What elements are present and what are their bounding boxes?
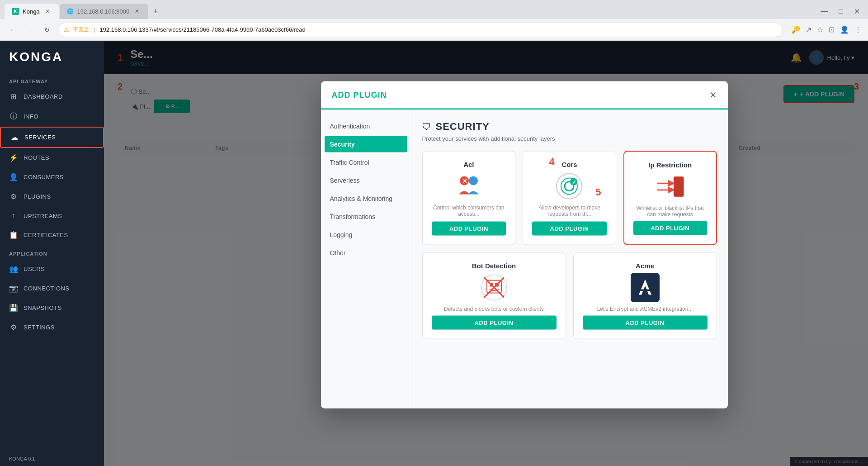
modal-header: ADD PLUGIN ✕	[321, 81, 728, 110]
nav-item-logging[interactable]: Logging	[321, 226, 411, 244]
sidebar-label-settings: SETTINGS	[24, 324, 55, 331]
consumers-icon: 👤	[9, 173, 18, 181]
sidebar-label-dashboard: DASHBOARD	[24, 93, 63, 100]
close-window-button[interactable]: ✕	[850, 5, 863, 18]
nav-item-transformations[interactable]: Transformations	[321, 208, 411, 226]
services-icon: ☁	[10, 133, 19, 142]
plugins-icon: ⚙	[9, 192, 18, 201]
svg-marker-20	[639, 280, 651, 295]
sidebar-item-consumers[interactable]: 👤 CONSUMERS	[0, 167, 104, 187]
sidebar-label-services: SERVICES	[24, 134, 56, 141]
minimize-button[interactable]: —	[817, 5, 831, 17]
sidebar-item-certificates[interactable]: 📋 CERTIFICATES	[0, 225, 104, 245]
add-plugin-btn-bot-detection[interactable]: ADD PLUGIN	[432, 316, 557, 330]
modal-close-button[interactable]: ✕	[709, 90, 717, 100]
plugin-icon-acme	[631, 273, 660, 302]
bookmark-icon[interactable]: ☆	[817, 25, 823, 34]
plugin-desc-acl: Control which consumers can access...	[432, 204, 506, 218]
plugin-card-acl: Acl ✕ Con	[422, 151, 516, 245]
sidebar-item-services[interactable]: ☁ SERVICES	[0, 127, 104, 148]
badge-4: 4	[549, 156, 555, 168]
nav-item-security[interactable]: Security	[325, 136, 407, 152]
tab-label-ip: 192.168.0.106:8000	[77, 8, 130, 15]
sidebar-version: KONGA 0.1	[9, 456, 35, 461]
maximize-button[interactable]: □	[835, 5, 847, 17]
snapshots-icon: 💾	[9, 304, 18, 312]
tab-close-ip[interactable]: ✕	[133, 7, 141, 15]
nav-label-serverless: Serverless	[330, 177, 360, 184]
plugin-name-bot-detection: Bot Detection	[472, 262, 516, 270]
nav-item-other[interactable]: Other	[321, 244, 411, 262]
modal-section-header: 🛡 SECURITY	[422, 121, 717, 133]
plugin-card-cors: Cors ✓ Allow developers to m	[523, 151, 616, 245]
modal-body: 4 Authentication Security Traffic Contro…	[321, 110, 728, 409]
sidebar-toggle-icon[interactable]: ⊡	[829, 25, 835, 34]
plugin-name-ip-restriction: Ip Restriction	[648, 161, 692, 169]
security-warning-icon: ⚠	[64, 26, 69, 33]
dashboard-icon: ⊞	[9, 92, 18, 101]
nav-label-security: Security	[330, 141, 355, 148]
sidebar-label-snapshots: SNAPSHOTS	[24, 304, 62, 311]
plugin-card-bot-detection: Bot Detection	[422, 252, 566, 339]
sidebar-item-connections[interactable]: 📷 CONNECTIONS	[0, 279, 104, 298]
add-plugin-btn-cors[interactable]: ADD PLUGIN	[532, 222, 607, 236]
menu-icon[interactable]: ⋮	[854, 25, 862, 34]
browser-chrome: K Konga ✕ 🌐 192.168.0.106:8000 ✕ + — □ ✕…	[0, 0, 868, 41]
sidebar: KONGA API GATEWAY ⊞ DASHBOARD ⓘ INFO ☁ S…	[0, 41, 104, 466]
plugin-desc-bot-detection: Detects and blocks bots or custom client…	[444, 306, 544, 312]
sidebar-item-routes[interactable]: ⚡ ROUTES	[0, 148, 104, 167]
sidebar-label-plugins: PLUGINS	[24, 193, 51, 200]
plugins-grid-row2: Bot Detection	[422, 252, 717, 339]
add-plugin-btn-acl[interactable]: ADD PLUGIN	[432, 222, 506, 236]
nav-label-analytics: Analytics & Monitoring	[330, 195, 393, 202]
nav-label-other: Other	[330, 249, 346, 257]
main-content: 1 Se... servic... 🔔 👤 Hello, fly ▾ 2 3	[104, 41, 868, 466]
plugin-icon-cors: ✓	[555, 172, 584, 201]
sidebar-item-plugins[interactable]: ⚙ PLUGINS	[0, 187, 104, 206]
sidebar-item-snapshots[interactable]: 💾 SNAPSHOTS	[0, 298, 104, 318]
plugin-desc-acme: Let's Encrypt and ACMEv2 integration...	[597, 306, 693, 312]
back-button[interactable]: ←	[6, 24, 19, 36]
sidebar-item-upstreams[interactable]: ↑ UPSTREAMS	[0, 206, 104, 225]
address-bar-row: ← → ↻ ⚠ 不安全 | 192.168.0.106:1337/#!/serv…	[0, 19, 868, 40]
sidebar-item-users[interactable]: 👥 USERS	[0, 259, 104, 279]
svg-rect-8	[674, 177, 684, 197]
sidebar-label-info: INFO	[24, 113, 38, 120]
key-icon[interactable]: 🔑	[791, 25, 800, 34]
connections-icon: 📷	[9, 284, 18, 293]
tab-label-konga: Konga	[23, 8, 40, 15]
nav-label-logging: Logging	[330, 231, 353, 238]
sidebar-label-certificates: CERTIFICATES	[24, 232, 68, 238]
svg-point-1	[469, 176, 478, 185]
nav-item-serverless[interactable]: Serverless	[321, 171, 411, 190]
add-plugin-btn-acme[interactable]: ADD PLUGIN	[583, 316, 708, 330]
window-controls: — □ ✕	[817, 5, 863, 18]
nav-label-traffic-control: Traffic Control	[330, 159, 369, 166]
new-tab-button[interactable]: +	[149, 5, 162, 18]
plugin-name-cors: Cors	[561, 161, 577, 168]
nav-item-authentication[interactable]: Authentication	[321, 117, 411, 135]
add-plugin-btn-ip-restriction[interactable]: ADD PLUGIN	[633, 221, 707, 235]
profile-icon[interactable]: 👤	[840, 25, 849, 34]
refresh-button[interactable]: ↻	[41, 24, 53, 36]
nav-label-authentication: Authentication	[330, 123, 370, 130]
tab-close-konga[interactable]: ✕	[43, 7, 52, 15]
sidebar-item-dashboard[interactable]: ⊞ DASHBOARD	[0, 87, 104, 106]
external-link-icon[interactable]: ↗	[806, 25, 811, 34]
nav-item-traffic-control[interactable]: Traffic Control	[321, 153, 411, 171]
routes-icon: ⚡	[9, 153, 18, 162]
sidebar-item-info[interactable]: ⓘ INFO	[0, 106, 104, 127]
info-icon: ⓘ	[9, 112, 18, 121]
plugin-icon-acl: ✕	[454, 172, 483, 201]
forward-button[interactable]: →	[24, 24, 36, 36]
upstreams-icon: ↑	[9, 212, 18, 220]
nav-item-analytics[interactable]: Analytics & Monitoring	[321, 190, 411, 208]
tab-ip[interactable]: 🌐 192.168.0.106:8000 ✕	[60, 4, 149, 19]
tab-konga[interactable]: K Konga ✕	[5, 4, 59, 19]
plugin-icon-ip-restriction	[656, 172, 684, 201]
address-box[interactable]: ⚠ 不安全 | 192.168.0.106:1337/#!/services/2…	[58, 23, 783, 37]
sidebar-label-upstreams: UPSTREAMS	[24, 213, 62, 219]
plugin-card-ip-restriction: Ip Restriction	[623, 151, 717, 245]
sidebar-item-settings[interactable]: ⚙ SETTINGS	[0, 318, 104, 337]
application-label: APPLICATION	[0, 245, 104, 259]
